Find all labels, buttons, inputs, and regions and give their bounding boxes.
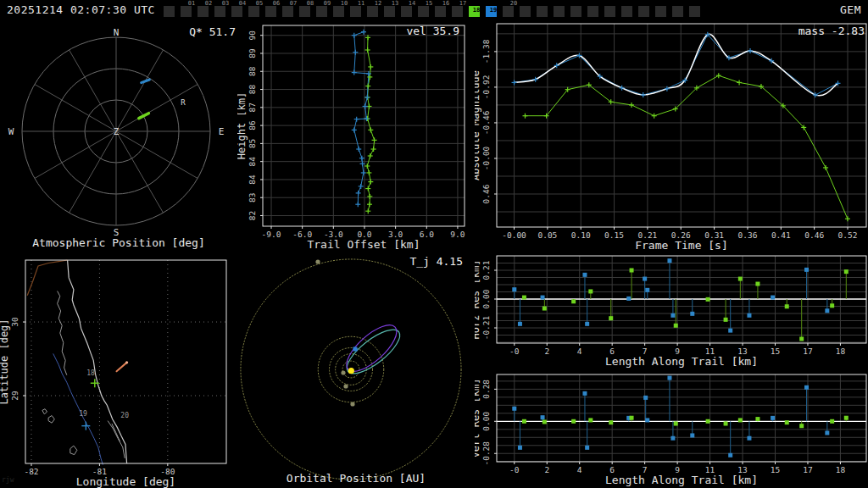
- trail-grid: [263, 25, 465, 226]
- sun-dot: [348, 368, 354, 374]
- frame-square: [655, 6, 666, 17]
- frame-number: 14: [406, 0, 418, 7]
- svg-text:15: 15: [771, 347, 780, 356]
- svg-text:Length Along Trail [km]: Length Along Trail [km]: [605, 355, 758, 368]
- svg-text:-0.21: -0.21: [481, 315, 491, 340]
- frame-square: [384, 6, 395, 17]
- vert-residuals-plot: -02467911131517180.280.00-0.28Length Alo…: [475, 373, 868, 488]
- frame-square: [537, 6, 548, 17]
- frame-box-12[interactable]: 12: [367, 0, 384, 20]
- atmospheric-position-plot: NESWZR: [0, 21, 237, 250]
- map-axes: -82-81-803029Longitude [deg]Latitude [de…: [0, 260, 226, 488]
- frame-number: 11: [355, 0, 367, 7]
- frame-box-blank[interactable]: [621, 0, 638, 20]
- frame-square: [299, 6, 310, 17]
- svg-text:0.21: 0.21: [481, 260, 491, 280]
- svg-text:0.41: 0.41: [771, 230, 791, 240]
- coastline: [68, 260, 127, 463]
- frame-square: [452, 6, 463, 17]
- svg-text:85: 85: [248, 139, 257, 148]
- orbit-panel: T_j 4.15 Orbital Position [AU]: [237, 250, 475, 488]
- frame-box-blank[interactable]: [164, 0, 181, 20]
- planet-dot: [350, 402, 354, 406]
- frame-box-blank[interactable]: [570, 0, 587, 20]
- svg-text:83: 83: [248, 192, 257, 202]
- frame-box-10[interactable]: 10: [333, 0, 350, 20]
- magnitude-axes: -0.000.050.100.150.210.260.310.360.410.4…: [475, 24, 866, 250]
- atmospheric-position-caption: Atmospheric Position [deg]: [0, 236, 237, 249]
- frame-box-18[interactable]: 18: [469, 0, 486, 20]
- frame-box-05[interactable]: 05: [248, 0, 265, 20]
- frame-box-blank[interactable]: [672, 0, 689, 20]
- tisserand-value: T_j 4.15: [409, 255, 463, 268]
- absolute-magnitude-plot: -0.000.050.100.150.210.260.310.360.410.4…: [475, 21, 868, 250]
- frame-box-15[interactable]: 15: [418, 0, 435, 20]
- frame-box-blank[interactable]: [520, 0, 537, 20]
- frame-box-blank[interactable]: [604, 0, 621, 20]
- frame-box-08[interactable]: 08: [299, 0, 316, 20]
- frame-box-07[interactable]: 07: [282, 0, 299, 20]
- frame-box-blank[interactable]: [554, 0, 570, 20]
- frame-square: [367, 6, 378, 17]
- light-curve-panel: -0.000.050.100.150.210.260.310.360.410.4…: [475, 21, 868, 250]
- meteor-analysis-app: 20251214 02:07:30 UTC 010203040506070809…: [0, 0, 868, 488]
- svg-text:15: 15: [771, 465, 780, 474]
- svg-text:17: 17: [803, 347, 812, 356]
- orbital-position-plot: [237, 250, 475, 488]
- frame-square: [265, 6, 276, 17]
- frame-box-blank[interactable]: [638, 0, 655, 20]
- svg-text:0.10: 0.10: [571, 230, 591, 240]
- state-line: [27, 260, 67, 296]
- frame-box-02[interactable]: 02: [198, 0, 214, 20]
- svg-text:2: 2: [544, 347, 549, 356]
- frame-number: 08: [304, 0, 316, 7]
- frame-box-06[interactable]: 06: [265, 0, 282, 20]
- frame-box-blank[interactable]: [587, 0, 604, 20]
- svg-text:-9.0: -9.0: [262, 230, 281, 239]
- frame-number: 17: [457, 0, 469, 7]
- frame-box-11[interactable]: 11: [350, 0, 367, 20]
- svg-text:17: 17: [803, 465, 812, 474]
- svg-text:Height [km]: Height [km]: [237, 92, 248, 159]
- frame-number: 01: [186, 0, 198, 7]
- frame-square: [181, 6, 192, 17]
- svg-text:87: 87: [248, 103, 257, 112]
- svg-text:E: E: [219, 126, 225, 137]
- frame-box-04[interactable]: 04: [231, 0, 248, 20]
- svg-text:18: 18: [836, 465, 846, 474]
- frame-box-19[interactable]: 19: [486, 0, 503, 20]
- svg-text:-0.00: -0.00: [481, 146, 491, 170]
- frame-box-20[interactable]: 20: [503, 0, 520, 20]
- frame-number: 15: [423, 0, 435, 7]
- lake-1: [42, 409, 47, 414]
- ground-map-panel: 181920-82-81-803029Longitude [deg]Latitu…: [0, 250, 237, 488]
- frame-box-16[interactable]: 16: [435, 0, 452, 20]
- svg-text:6.0: 6.0: [420, 230, 434, 239]
- frame-box-blank[interactable]: [655, 0, 672, 20]
- svg-text:88: 88: [248, 85, 257, 95]
- horz-grid: [497, 256, 866, 343]
- frame-number: 13: [389, 0, 401, 7]
- frame-number: 06: [270, 0, 282, 7]
- frame-box-03[interactable]: 03: [214, 0, 231, 20]
- frame-number: 05: [253, 0, 265, 7]
- frame-box-17[interactable]: 17: [452, 0, 469, 20]
- frame-square: [198, 6, 209, 17]
- frame-square: [554, 6, 565, 17]
- svg-text:0.52: 0.52: [838, 230, 858, 240]
- frame-box-blank[interactable]: [689, 0, 706, 20]
- svg-text:-1.38: -1.38: [481, 39, 491, 64]
- trail-offset-plot: -9.0-6.0-3.00.03.06.09.09089888887868584…: [237, 21, 475, 250]
- frame-box-13[interactable]: 13: [384, 0, 401, 20]
- frame-box-blank[interactable]: [537, 0, 554, 20]
- station-code: GEM: [840, 3, 861, 16]
- frame-box-01[interactable]: 01: [181, 0, 198, 20]
- frame-box-09[interactable]: 09: [316, 0, 333, 20]
- inland-contour: [58, 291, 67, 375]
- svg-text:18: 18: [86, 369, 95, 377]
- horz-residuals-panel: -02467911131517180.210.00-0.21Length Alo…: [475, 250, 868, 373]
- horz-series: [512, 258, 849, 341]
- frame-box-14[interactable]: 14: [401, 0, 418, 20]
- frame-number: 18: [470, 7, 482, 14]
- frame-number: 10: [338, 0, 350, 7]
